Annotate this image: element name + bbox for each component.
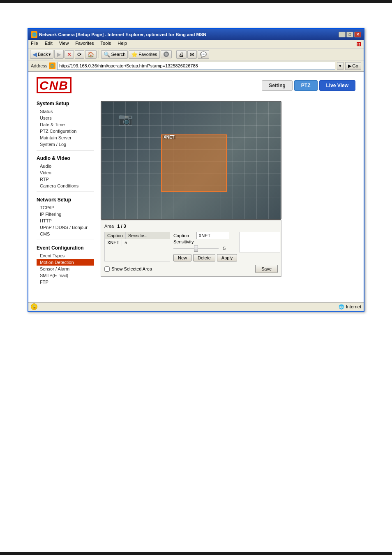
sidebar-item-audio[interactable]: Audio [37,163,94,169]
sidebar-item-motion-detection[interactable]: Motion Detection [37,259,94,266]
internet-label: Internet [346,304,361,309]
show-area-check[interactable] [104,266,110,272]
menu-view[interactable]: View [59,41,69,47]
separator-2 [174,50,174,58]
home-icon: 🏠 [88,51,94,58]
menu-help[interactable]: Help [118,41,127,47]
save-button[interactable]: Save [255,265,278,273]
back-icon: ◀ [32,51,37,58]
stop-button[interactable]: ✕ [65,50,74,59]
sidebar-item-ftp[interactable]: FTP [37,279,94,285]
network-title: Network Setup [37,197,94,203]
sidebar-item-ip-filtering[interactable]: IP Filtering [37,211,94,217]
controls-panel: Area 1 / 3 Caption Sensitiv... [101,220,281,277]
area-row: Area 1 / 3 [104,224,278,229]
window-title: Network Camera [Setup Page] - Internet E… [39,32,206,37]
divider-3 [37,240,94,240]
divider-2 [37,192,94,192]
sidebar-item-maintain[interactable]: Maintain Server [37,134,94,141]
sensitivity-slider[interactable] [173,245,219,252]
motion-detection-zone[interactable]: XNET [161,134,227,192]
controls-right-side: Caption Event Status Sensitivity [173,232,278,261]
address-dropdown[interactable]: ▾ [337,62,344,70]
sidebar-item-event-types[interactable]: Event Types [37,252,94,259]
delete-button[interactable]: Delete [193,254,215,261]
menu-tools[interactable]: Tools [101,41,111,47]
favorites-button[interactable]: ⭐ Favorites [129,50,159,59]
status-bar: 🔒 🌐 Internet [28,302,364,311]
apply-button[interactable]: Apply [217,254,238,261]
top-decorative-bar [0,0,392,3]
sidebar-item-users[interactable]: Users [37,115,94,121]
sidebar-item-status[interactable]: Status [37,108,94,115]
menu-edit[interactable]: Edit [45,41,53,47]
internet-status: 🌐 Internet [339,304,361,310]
page-content: CNB Setting PTZ Live View System Setup S… [28,72,364,302]
back-button[interactable]: ◀ Back ▾ [30,50,53,59]
zone-name-label: XNET [163,135,175,139]
show-selected-area-checkbox[interactable]: Show Selected Area [104,266,152,272]
dropdown-arrow-icon: ▾ [48,52,51,57]
windows-logo-icon: ⊞ [356,41,361,47]
sensitivity-value: 5 [221,246,228,251]
setting-button[interactable]: Setting [262,80,293,91]
sidebar-item-ptz-config[interactable]: PTZ Configuration [37,128,94,134]
table-row[interactable]: XNET 5 [105,239,170,246]
sidebar-item-video[interactable]: Video [37,169,94,176]
sidebar-item-tcpip[interactable]: TCP/IP [37,204,94,211]
sidebar-item-camera-conditions[interactable]: Camera Conditions [37,183,94,189]
sidebar-item-http[interactable]: HTTP [37,217,94,224]
main-layout: System Setup Status Users Date & Time PT… [37,101,355,285]
sidebar-item-date-time[interactable]: Date & Time [37,121,94,128]
go-button[interactable]: ▶ Go [345,62,361,70]
separator-1 [99,50,99,58]
row-caption: XNET [105,239,122,246]
forward-button[interactable]: ▶ [54,50,64,59]
search-icon: 🔍 [104,51,110,58]
sidebar-item-cms[interactable]: CMS [37,231,94,237]
restore-button[interactable]: □ [346,32,353,37]
slider-thumb[interactable] [194,245,198,252]
refresh-button[interactable]: ⟳ [75,50,84,59]
live-view-button[interactable]: Live View [319,80,355,91]
show-area-label: Show Selected Area [111,266,152,271]
area-value: 1 / 3 [117,224,126,229]
sidebar-item-sensor-alarm[interactable]: Sensor / Alarm [37,266,94,272]
controls-inner: Caption Sensitiv... XNET 5 [104,232,278,261]
address-text: http://193.168.0.36/html/operator/Setup.… [59,63,198,68]
sidebar-item-rtp[interactable]: RTP [37,176,94,183]
minimize-button[interactable]: _ [339,32,346,37]
go-icon: ▶ [348,63,351,69]
motion-detection-content: 📷 XNET Area 1 / 3 [101,101,355,285]
ptz-button[interactable]: PTZ [294,80,318,91]
close-button[interactable]: ✕ [354,32,361,37]
print-icon: 🖨 [179,51,184,58]
bottom-row: Show Selected Area Save [104,265,278,273]
sidebar-item-system-log[interactable]: System / Log [37,141,94,148]
address-label: Address [31,63,47,68]
media-button[interactable]: 🔘 [161,50,172,58]
search-button[interactable]: 🔍 Search [101,50,128,59]
ie-browser-window: 🌐 Network Camera [Setup Page] - Internet… [28,28,364,312]
menu-favorites[interactable]: Favorites [75,41,94,47]
caption-input[interactable] [196,232,229,239]
col-caption-header: Caption [105,232,126,239]
caption-label: Caption [173,233,194,238]
sidebar: System Setup Status Users Date & Time PT… [37,101,94,285]
audio-video-title: Audio & Video [37,155,94,161]
print-button[interactable]: 🖨 [176,50,187,59]
sidebar-item-upnp[interactable]: UPnP / DDNS / Bonjour [37,224,94,231]
sidebar-item-smtp[interactable]: SMTP(E-mail) [37,272,94,279]
home-button[interactable]: 🏠 [85,50,97,59]
row-sensitivity: 5 [122,239,129,246]
page-favicon: 🌐 [49,62,55,69]
title-bar: 🌐 Network Camera [Setup Page] - Internet… [28,29,364,40]
event-title: Event Configuration [37,245,94,251]
menu-file[interactable]: File [31,41,38,47]
messenger-button[interactable]: 💬 [198,50,209,59]
address-input[interactable]: http://193.168.0.36/html/operator/Setup.… [57,62,335,70]
table-header: Caption Sensitiv... [105,232,170,239]
action-buttons: New Delete Apply [173,254,278,261]
mail-button[interactable]: ✉ [187,50,197,59]
new-button[interactable]: New [173,254,191,261]
